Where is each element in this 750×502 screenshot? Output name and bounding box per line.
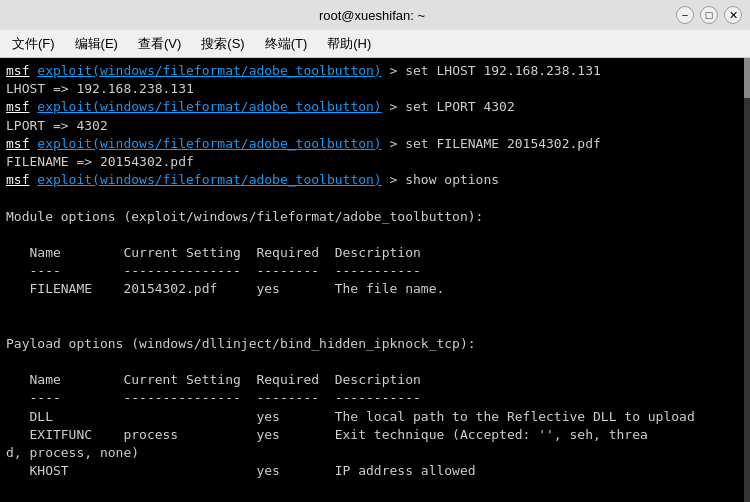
terminal-line-12: ---- --------------- -------- ----------… (6, 262, 744, 280)
menu-help[interactable]: 帮助(H) (319, 33, 379, 55)
window-title: root@xueshifan: ~ (68, 8, 676, 23)
terminal-line-20: DLL yes The local path to the Reflective… (6, 408, 744, 426)
terminal-line-7: msf exploit(windows/fileformat/adobe_too… (6, 171, 744, 189)
terminal-line-4: LPORT => 4302 (6, 117, 744, 135)
terminal-line-19: ---- --------------- -------- ----------… (6, 389, 744, 407)
terminal-window: root@xueshifan: ~ − □ ✕ 文件(F) 编辑(E) 查看(V… (0, 0, 750, 502)
terminal-line-10 (6, 226, 744, 244)
menu-edit[interactable]: 编辑(E) (67, 33, 126, 55)
terminal-line-1: msf exploit(windows/fileformat/adobe_too… (6, 62, 744, 80)
terminal-line-3: msf exploit(windows/fileformat/adobe_too… (6, 98, 744, 116)
terminal-line-17 (6, 353, 744, 371)
terminal-line-6: FILENAME => 20154302.pdf (6, 153, 744, 171)
terminal-line-8 (6, 189, 744, 207)
menu-view[interactable]: 查看(V) (130, 33, 189, 55)
terminal-line-2: LHOST => 192.168.238.131 (6, 80, 744, 98)
terminal-line-14 (6, 298, 744, 316)
terminal-line-16: Payload options (windows/dllinject/bind_… (6, 335, 744, 353)
title-bar: root@xueshifan: ~ − □ ✕ (0, 0, 750, 30)
scroll-thumb[interactable] (744, 58, 750, 98)
menu-file[interactable]: 文件(F) (4, 33, 63, 55)
terminal-line-9: Module options (exploit/windows/fileform… (6, 208, 744, 226)
menu-search[interactable]: 搜索(S) (193, 33, 252, 55)
window-controls: − □ ✕ (676, 6, 742, 24)
terminal-line-21b: d, process, none) (6, 444, 744, 462)
maximize-button[interactable]: □ (700, 6, 718, 24)
terminal-line-18: Name Current Setting Required Descriptio… (6, 371, 744, 389)
scrollbar[interactable] (744, 58, 750, 502)
terminal-line-11: Name Current Setting Required Descriptio… (6, 244, 744, 262)
terminal-line-21: EXITFUNC process yes Exit technique (Acc… (6, 426, 744, 444)
menu-terminal[interactable]: 终端(T) (257, 33, 316, 55)
close-button[interactable]: ✕ (724, 6, 742, 24)
terminal-line-13: FILENAME 20154302.pdf yes The file name. (6, 280, 744, 298)
terminal-line-5: msf exploit(windows/fileformat/adobe_too… (6, 135, 744, 153)
menu-bar: 文件(F) 编辑(E) 查看(V) 搜索(S) 终端(T) 帮助(H) (0, 30, 750, 58)
terminal-body[interactable]: msf exploit(windows/fileformat/adobe_too… (0, 58, 750, 502)
terminal-line-22: KHOST yes IP address allowed (6, 462, 744, 480)
terminal-line-15 (6, 317, 744, 335)
minimize-button[interactable]: − (676, 6, 694, 24)
